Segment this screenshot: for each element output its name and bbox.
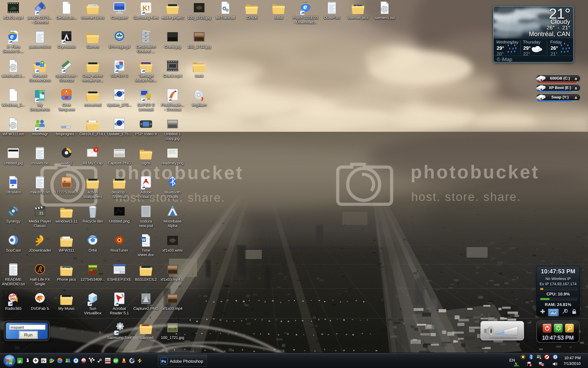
svg-text:VNC: VNC (105, 359, 110, 361)
svg-text:photobucket: photobucket (411, 162, 540, 183)
svg-text:TVU: TVU (114, 360, 118, 362)
svg-text:Ps: Ps (161, 360, 166, 364)
svg-text:μ: μ (19, 359, 21, 363)
svg-text:host. store. share.: host. store. share. (411, 190, 521, 204)
svg-text:21: 21 (39, 211, 43, 216)
svg-text:CAT: CAT (89, 270, 93, 272)
svg-text:IV: IV (42, 359, 46, 363)
svg-text:e: e (303, 4, 307, 11)
svg-text:V: V (90, 360, 93, 364)
svg-text:W: W (142, 238, 146, 242)
svg-text:?: ? (95, 148, 97, 152)
svg-text:e: e (10, 33, 14, 40)
svg-text:365: 365 (10, 297, 15, 301)
svg-text:V: V (515, 362, 518, 366)
svg-text:S2: S2 (41, 6, 46, 10)
